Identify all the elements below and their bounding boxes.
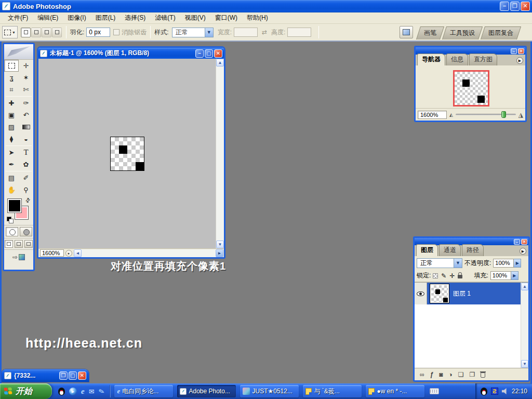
tab-navigator[interactable]: 导航器: [417, 54, 445, 65]
zoom-out-icon[interactable]: ◭: [449, 112, 453, 117]
selection-mode-intersect[interactable]: [52, 28, 62, 37]
volume-icon[interactable]: [502, 388, 508, 394]
fullscreen-menubar-button[interactable]: [15, 240, 23, 248]
task-button-photoshop[interactable]: Adobe Photo...: [177, 385, 236, 397]
notes-tool[interactable]: ▤: [4, 172, 19, 184]
scroll-up-icon[interactable]: ▲: [521, 283, 528, 290]
custom-shape-tool[interactable]: ✿: [19, 158, 33, 170]
pen-icon[interactable]: ✎: [98, 387, 105, 395]
eraser-tool[interactable]: ▨: [4, 121, 19, 133]
slice-tool[interactable]: ✄: [19, 84, 33, 96]
standard-screen-button[interactable]: [5, 240, 13, 248]
layer-thumbnail[interactable]: [430, 284, 449, 303]
navigator-thumbnail[interactable]: [453, 70, 489, 107]
menu-edit[interactable]: 编辑(E): [33, 12, 63, 23]
healing-brush-tool[interactable]: ✚: [4, 97, 19, 109]
magic-wand-tool[interactable]: ✶: [19, 72, 33, 84]
qq-tray-icon[interactable]: [481, 388, 487, 395]
lasso-tool[interactable]: ʓ: [4, 72, 19, 84]
layer-mask-icon[interactable]: ◙: [439, 371, 443, 378]
scroll-left-icon[interactable]: ◄: [74, 249, 82, 257]
type-tool[interactable]: T: [19, 147, 33, 158]
tab-histogram[interactable]: 直方图: [469, 54, 497, 65]
scroll-down-icon[interactable]: ▼: [216, 241, 224, 248]
canvas-area[interactable]: ▲ ▼ 1600% ▸ ◄ ►: [38, 59, 224, 257]
maximize-button[interactable]: ▢: [69, 371, 77, 380]
task-button-notepad-1[interactable]: 与 `&莪...: [303, 385, 362, 397]
close-button[interactable]: ✕: [78, 371, 86, 380]
vertical-scrollbar[interactable]: ▲ ▼: [216, 59, 224, 248]
doc-minimize-button[interactable]: –: [195, 49, 204, 58]
close-button[interactable]: ✕: [521, 2, 530, 11]
doc-maximize-button[interactable]: ▢: [205, 49, 213, 58]
fill-control[interactable]: 100% ▶: [490, 271, 518, 280]
horizontal-scrollbar[interactable]: ◄ ►: [74, 249, 223, 257]
brush-tool[interactable]: ✑: [19, 97, 33, 109]
layers-scrollbar[interactable]: ▲ ▼: [521, 283, 528, 368]
minimized-window[interactable]: {7332... ❐ ▢ ✕: [2, 369, 89, 382]
tab-channels[interactable]: 通道: [439, 244, 461, 256]
blur-tool[interactable]: ⧫: [4, 133, 19, 145]
combo-arrow-icon[interactable]: ▼: [454, 259, 462, 268]
opacity-control[interactable]: 100% ▶: [493, 259, 521, 268]
fullscreen-button[interactable]: [24, 240, 33, 248]
default-colors-icon[interactable]: [7, 217, 12, 222]
selection-mode-subtract[interactable]: [42, 28, 51, 37]
restore-button[interactable]: ❐: [510, 2, 520, 11]
width-input[interactable]: [234, 28, 258, 37]
file-browser-button[interactable]: [400, 26, 413, 38]
path-selection-tool[interactable]: ➤: [4, 147, 19, 158]
lock-image-icon[interactable]: ✎: [441, 272, 446, 280]
quick-mask-button[interactable]: [20, 227, 32, 236]
zoom-in-icon[interactable]: ◮: [518, 111, 523, 118]
download-tool-tray-icon[interactable]: Ƨ: [491, 388, 498, 395]
delete-layer-icon[interactable]: [481, 373, 485, 378]
menu-filter[interactable]: 滤镜(T): [150, 12, 180, 23]
spin-arrow-icon[interactable]: ▶: [511, 271, 518, 280]
selection-mode-new[interactable]: [21, 28, 31, 37]
zoom-tool[interactable]: ⚲: [19, 184, 33, 196]
scroll-down-icon[interactable]: ▼: [521, 360, 528, 368]
foreground-color-swatch[interactable]: [8, 199, 21, 212]
menu-select[interactable]: 选择(S): [120, 12, 150, 23]
antialias-checkbox[interactable]: [113, 29, 119, 35]
canvas-image[interactable]: [110, 137, 144, 171]
scroll-up-icon[interactable]: ▲: [216, 59, 224, 66]
task-button-notepad-2[interactable]: ●w en * -...: [366, 385, 424, 397]
task-button-ie[interactable]: e 电白同乡论...: [114, 385, 173, 397]
history-brush-tool[interactable]: ↶: [19, 109, 33, 121]
tab-paths[interactable]: 路径: [462, 244, 484, 256]
panel-minimize-button[interactable]: –: [511, 48, 517, 54]
blend-mode-select[interactable]: 正常 ▼: [417, 258, 462, 268]
jump-to-imageready-button[interactable]: ⇨: [7, 252, 30, 262]
menu-help[interactable]: 帮助(H): [242, 12, 273, 23]
standard-mode-button[interactable]: [6, 227, 18, 236]
gradient-tool[interactable]: [19, 121, 33, 133]
panel-menu-icon[interactable]: ▶: [516, 57, 523, 64]
style-select[interactable]: 正常 ▼: [172, 28, 214, 37]
outlook-express-icon[interactable]: ✉: [89, 388, 95, 395]
panel-close-button[interactable]: ✕: [521, 239, 527, 245]
new-layer-icon[interactable]: ❐: [470, 371, 475, 378]
combo-arrow-icon[interactable]: ▼: [205, 28, 213, 37]
status-menu-icon[interactable]: ▸: [65, 250, 72, 257]
qq-icon[interactable]: [58, 388, 65, 395]
adjustment-layer-icon[interactable]: ◑: [449, 371, 453, 378]
rect-marquee-tool[interactable]: [4, 60, 19, 72]
menu-file[interactable]: 文件(F): [3, 12, 33, 23]
menu-image[interactable]: 图像(I): [63, 12, 90, 23]
panel-menu-icon[interactable]: ▶: [520, 248, 526, 255]
eyedropper-tool[interactable]: ✐: [19, 172, 33, 184]
pen-tool[interactable]: ✒: [4, 158, 19, 170]
dodge-tool[interactable]: ◒: [19, 133, 33, 145]
document-titlebar[interactable]: 未标题-1 @ 1600% (图层 1, RGB/8) – ▢ ✕: [38, 48, 224, 59]
menu-window[interactable]: 窗口(W): [210, 12, 242, 23]
panel-close-button[interactable]: ✕: [518, 48, 524, 54]
feather-logo-icon[interactable]: [4, 44, 33, 60]
current-tool-preview[interactable]: ▼: [2, 26, 18, 38]
menu-layer[interactable]: 图层(L): [91, 12, 121, 23]
restore-button[interactable]: ❐: [59, 371, 68, 380]
tab-layers[interactable]: 图层: [416, 244, 438, 256]
tab-tool-presets[interactable]: 工具预设: [442, 26, 483, 39]
clone-stamp-tool[interactable]: ▣: [4, 109, 19, 121]
